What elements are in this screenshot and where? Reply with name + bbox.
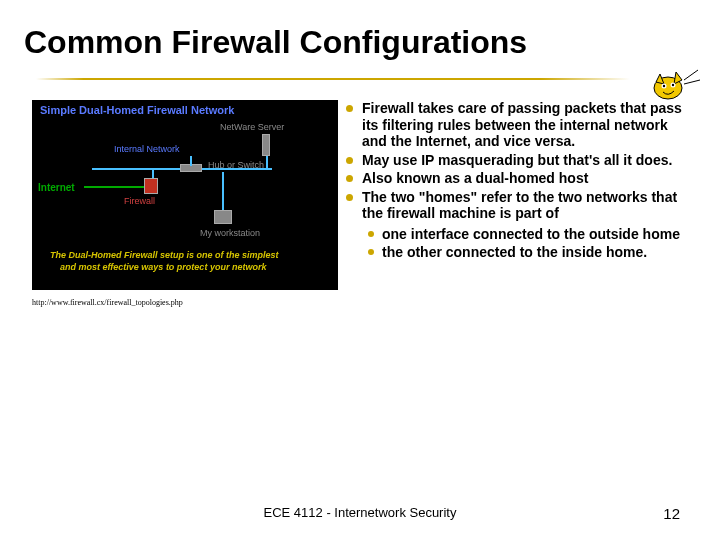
diagram-title: Simple Dual-Homed Firewall Network [40,104,234,116]
list-item: the other connected to the inside home. [368,244,690,261]
firewall-icon [144,178,158,194]
list-item: one interface connected to the outside h… [368,226,690,243]
diagram-line [222,172,224,212]
diagram-label: Firewall [124,196,155,206]
diagram-label: Internet [38,182,75,193]
bullet-content: Firewall takes care of passing packets t… [346,100,690,263]
slide-title: Common Firewall Configurations [24,24,527,61]
server-icon [262,134,270,156]
diagram-label: NetWare Server [220,122,284,132]
diagram-caption: and most effective ways to protect your … [60,262,266,272]
list-item: May use IP masquerading but that's all i… [346,152,690,169]
svg-point-2 [663,85,665,87]
diagram-label: My workstation [200,228,260,238]
footer-text: ECE 4112 - Internetwork Security [0,505,720,520]
network-diagram: Simple Dual-Homed Firewall Network NetWa… [32,100,338,290]
page-number: 12 [663,505,680,522]
diagram-line [266,156,268,168]
list-item: The two "homes" refer to the two network… [346,189,690,222]
diagram-label: Internal Network [114,144,180,154]
svg-point-4 [672,84,674,86]
list-item: Also known as a dual-homed host [346,170,690,187]
diagram-caption: The Dual-Homed Firewall setup is one of … [50,250,279,260]
workstation-icon [214,210,232,224]
title-underline [36,78,630,80]
diagram-line [190,156,192,166]
list-item: Firewall takes care of passing packets t… [346,100,690,150]
diagram-line [84,186,144,188]
citation-text: http://www.firewall.cx/firewall_topologi… [32,298,183,307]
